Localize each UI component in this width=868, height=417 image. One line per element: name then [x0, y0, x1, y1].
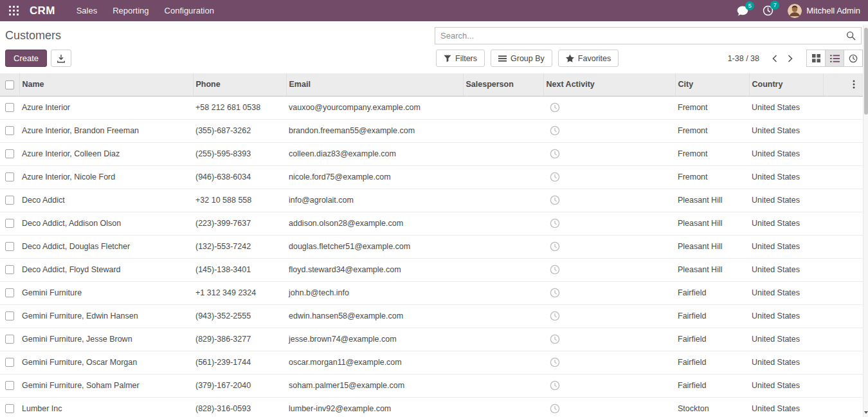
- customer-phone-cell[interactable]: (145)-138-3401: [193, 258, 286, 281]
- row-checkbox[interactable]: [5, 358, 14, 367]
- customer-salesperson-cell[interactable]: [463, 189, 543, 212]
- customer-next-activity-cell[interactable]: [543, 142, 675, 165]
- customer-email-cell[interactable]: jesse.brown74@example.com: [286, 328, 463, 351]
- customer-country-cell[interactable]: United States: [749, 235, 823, 258]
- column-options-button[interactable]: [850, 79, 858, 90]
- customer-city-cell[interactable]: Fairfield: [675, 328, 749, 351]
- customer-email-cell[interactable]: info@agrolait.com: [286, 189, 463, 212]
- customer-email-cell[interactable]: addison.olson28@example.com: [286, 212, 463, 235]
- customer-country-cell[interactable]: United States: [749, 374, 823, 397]
- customer-name-cell[interactable]: Azure Interior, Nicole Ford: [19, 165, 193, 189]
- customer-phone-cell[interactable]: (829)-386-3277: [193, 328, 286, 351]
- customer-email-cell[interactable]: nicole.ford75@example.com: [286, 165, 463, 189]
- scrollbar-thumb[interactable]: [864, 28, 868, 115]
- row-checkbox[interactable]: [5, 219, 14, 228]
- pager-next-button[interactable]: [782, 50, 798, 67]
- header-country[interactable]: Country: [749, 73, 823, 96]
- customer-row[interactable]: Deco Addict, Floyd Steward(145)-138-3401…: [0, 258, 863, 281]
- customer-row[interactable]: Gemini Furniture, Oscar Morgan(561)-239-…: [0, 351, 863, 374]
- search-input[interactable]: [440, 31, 846, 41]
- customer-country-cell[interactable]: United States: [749, 165, 823, 189]
- next-activity-clock-icon[interactable]: [550, 241, 560, 252]
- row-select-cell[interactable]: [0, 397, 19, 417]
- customer-country-cell[interactable]: United States: [749, 258, 823, 281]
- customer-phone-cell[interactable]: (379)-167-2040: [193, 374, 286, 397]
- customer-row[interactable]: Azure Interior+58 212 681 0538vauxoo@you…: [0, 96, 863, 119]
- customer-email-cell[interactable]: john.b@tech.info: [286, 281, 463, 304]
- customer-row[interactable]: Azure Interior, Brandon Freeman(355)-687…: [0, 119, 863, 142]
- row-select-cell[interactable]: [0, 119, 19, 142]
- activity-view-button[interactable]: [844, 50, 863, 67]
- customer-email-cell[interactable]: colleen.diaz83@example.com: [286, 142, 463, 165]
- header-salesperson[interactable]: Salesperson: [463, 73, 543, 96]
- customer-name-cell[interactable]: Azure Interior, Brandon Freeman: [19, 119, 193, 142]
- customer-city-cell[interactable]: Fairfield: [675, 281, 749, 304]
- customer-next-activity-cell[interactable]: [543, 235, 675, 258]
- menu-configuration[interactable]: Configuration: [158, 1, 221, 21]
- customer-row[interactable]: Deco Addict, Douglas Fletcher(132)-553-7…: [0, 235, 863, 258]
- row-checkbox[interactable]: [5, 172, 14, 181]
- customer-next-activity-cell[interactable]: [543, 189, 675, 212]
- customer-city-cell[interactable]: Fremont: [675, 119, 749, 142]
- activities-button[interactable]: 7: [763, 5, 773, 16]
- row-checkbox[interactable]: [5, 265, 14, 274]
- app-title[interactable]: CRM: [30, 5, 55, 17]
- header-email[interactable]: Email: [286, 73, 463, 96]
- customer-city-cell[interactable]: Fairfield: [675, 374, 749, 397]
- customer-city-cell[interactable]: Fremont: [675, 96, 749, 119]
- customer-salesperson-cell[interactable]: [463, 351, 543, 374]
- next-activity-clock-icon[interactable]: [550, 195, 560, 205]
- customer-phone-cell[interactable]: (946)-638-6034: [193, 165, 286, 189]
- customer-salesperson-cell[interactable]: [463, 119, 543, 142]
- customer-country-cell[interactable]: United States: [749, 351, 823, 374]
- customer-name-cell[interactable]: Azure Interior, Colleen Diaz: [19, 142, 193, 165]
- customer-next-activity-cell[interactable]: [543, 374, 675, 397]
- apps-menu-button[interactable]: [6, 4, 21, 18]
- customer-phone-cell[interactable]: (132)-553-7242: [193, 235, 286, 258]
- customer-row[interactable]: Azure Interior, Nicole Ford(946)-638-603…: [0, 165, 863, 189]
- customer-phone-cell[interactable]: +32 10 588 558: [193, 189, 286, 212]
- customer-salesperson-cell[interactable]: [463, 397, 543, 417]
- customer-salesperson-cell[interactable]: [463, 165, 543, 189]
- next-activity-clock-icon[interactable]: [550, 264, 560, 275]
- customer-email-cell[interactable]: floyd.steward34@example.com: [286, 258, 463, 281]
- customer-phone-cell[interactable]: (561)-239-1744: [193, 351, 286, 374]
- menu-reporting[interactable]: Reporting: [105, 1, 156, 21]
- customer-salesperson-cell[interactable]: [463, 374, 543, 397]
- next-activity-clock-icon[interactable]: [550, 288, 560, 298]
- customer-salesperson-cell[interactable]: [463, 142, 543, 165]
- next-activity-clock-icon[interactable]: [550, 218, 560, 228]
- customer-next-activity-cell[interactable]: [543, 397, 675, 417]
- next-activity-clock-icon[interactable]: [550, 380, 560, 391]
- header-phone[interactable]: Phone: [193, 73, 286, 96]
- customer-next-activity-cell[interactable]: [543, 212, 675, 235]
- customer-name-cell[interactable]: Deco Addict, Addison Olson: [19, 212, 193, 235]
- customer-city-cell[interactable]: Fairfield: [675, 351, 749, 374]
- customer-row[interactable]: Azure Interior, Colleen Diaz(255)-595-83…: [0, 142, 863, 165]
- customer-next-activity-cell[interactable]: [543, 304, 675, 328]
- next-activity-clock-icon[interactable]: [550, 311, 560, 321]
- row-checkbox[interactable]: [5, 311, 14, 320]
- customer-name-cell[interactable]: Gemini Furniture, Soham Palmer: [19, 374, 193, 397]
- customer-next-activity-cell[interactable]: [543, 258, 675, 281]
- menu-sales[interactable]: Sales: [69, 1, 105, 21]
- user-menu[interactable]: Mitchell Admin: [788, 4, 860, 18]
- customer-row[interactable]: Lumber Inc(828)-316-0593lumber-inv92@exa…: [0, 397, 863, 417]
- select-all-cell[interactable]: [0, 73, 19, 96]
- customer-email-cell[interactable]: soham.palmer15@example.com: [286, 374, 463, 397]
- customer-salesperson-cell[interactable]: [463, 212, 543, 235]
- customer-country-cell[interactable]: United States: [749, 212, 823, 235]
- customer-next-activity-cell[interactable]: [543, 351, 675, 374]
- row-select-cell[interactable]: [0, 142, 19, 165]
- row-checkbox[interactable]: [5, 196, 14, 205]
- customer-name-cell[interactable]: Gemini Furniture, Oscar Morgan: [19, 351, 193, 374]
- customer-city-cell[interactable]: Stockton: [675, 397, 749, 417]
- customer-salesperson-cell[interactable]: [463, 304, 543, 328]
- customer-country-cell[interactable]: United States: [749, 281, 823, 304]
- customer-email-cell[interactable]: lumber-inv92@example.com: [286, 397, 463, 417]
- row-select-cell[interactable]: [0, 281, 19, 304]
- next-activity-clock-icon[interactable]: [550, 172, 560, 182]
- kanban-view-button[interactable]: [806, 50, 826, 67]
- customer-phone-cell[interactable]: (355)-687-3262: [193, 119, 286, 142]
- customer-city-cell[interactable]: Fremont: [675, 142, 749, 165]
